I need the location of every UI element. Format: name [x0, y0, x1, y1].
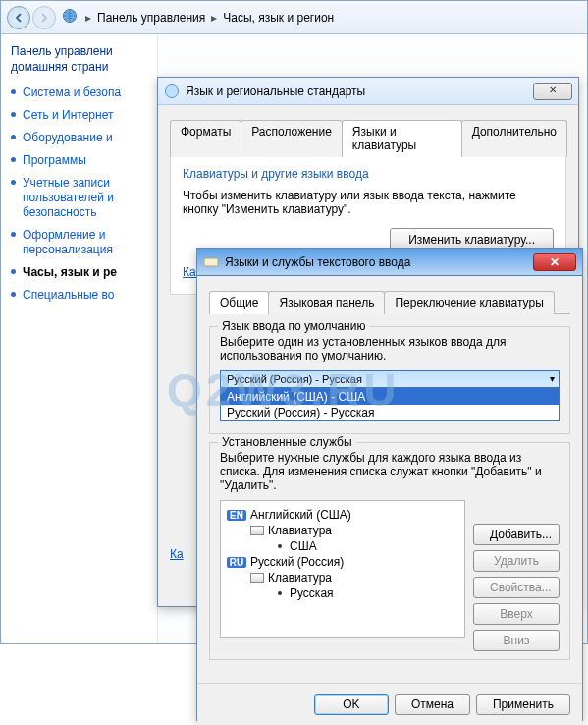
region-tabs: ФорматыРасположениеЯзыки и клавиатурыДоп… [170, 119, 566, 157]
apply-button[interactable]: Применить [476, 694, 570, 715]
text-services-dialog: Языки и службы текстового ввода ✕ ОбщиеЯ… [196, 248, 583, 721]
text-services-tabs: ОбщиеЯзыковая панельПереключение клавиат… [209, 290, 570, 314]
sidebar-item[interactable]: Система и безопа [11, 82, 151, 104]
chevron-right-icon: ▸ [211, 11, 217, 25]
nav-forward-button[interactable] [32, 6, 56, 29]
default-language-dropdown: Английский (США) - СШАРусский (Россия) -… [220, 388, 560, 421]
properties-button[interactable]: Свойства... [473, 577, 560, 598]
tree-keyboard-node[interactable]: Клавиатура [227, 523, 458, 538]
sidebar-item[interactable]: Сеть и Интернет [11, 104, 151, 127]
default-language-combobox[interactable]: Русский (Россия) - Русская [220, 370, 560, 388]
tab[interactable]: Дополнительно [461, 120, 567, 157]
move-down-button[interactable]: Вниз [473, 630, 560, 651]
breadcrumb-sub[interactable]: Часы, язык и регион [223, 11, 334, 25]
tree-lang-en[interactable]: EN Английский (США) [227, 507, 458, 523]
ok-button[interactable]: OK [314, 694, 389, 715]
dialog-title: Язык и региональные стандарты [186, 84, 365, 98]
ru-badge-icon: RU [227, 557, 246, 568]
dialog-titlebar[interactable]: Язык и региональные стандарты ✕ [158, 78, 578, 105]
cancel-button[interactable]: Отмена [395, 694, 470, 715]
keyboard-icon [250, 573, 264, 583]
help-link[interactable]: Ка [170, 547, 184, 561]
tree-layout-node[interactable]: Русская [227, 586, 458, 601]
keyboards-description: Чтобы изменить клавиатуру или язык ввода… [183, 189, 554, 216]
sidebar-heading: Панель управлени [11, 44, 151, 58]
tab[interactable]: Языковая панель [268, 291, 385, 314]
sidebar-item[interactable]: Оформление и персонализация [11, 224, 151, 261]
tab[interactable]: Форматы [170, 120, 241, 157]
dropdown-item[interactable]: Английский (США) - США [221, 389, 559, 405]
add-button[interactable]: Добавить... [473, 524, 560, 545]
sidebar-item[interactable]: Оборудование и [11, 127, 151, 149]
tree-layout-node[interactable]: США [227, 538, 458, 554]
dialog-buttons: OK Отмена Применить [197, 683, 582, 725]
move-up-button[interactable]: Вверх [473, 603, 560, 625]
en-badge-icon: EN [227, 510, 246, 521]
close-button[interactable]: ✕ [533, 253, 576, 271]
explorer-navbar: ▸ Панель управления ▸ Часы, язык и регио… [1, 1, 587, 34]
control-panel-sidebar: Панель управлени домашняя страни Система… [1, 34, 158, 643]
default-language-legend: Язык ввода по умолчанию [218, 319, 369, 333]
tab[interactable]: Языки и клавиатуры [342, 120, 462, 157]
remove-button[interactable]: Удалить [473, 550, 560, 572]
language-tree[interactable]: EN Английский (США) Клавиатура США R [220, 500, 465, 638]
dialog-titlebar[interactable]: Языки и службы текстового ввода ✕ [197, 249, 582, 276]
installed-services-description: Выберите нужные службы для каждого языка… [220, 451, 560, 492]
sidebar-item[interactable]: Часы, язык и ре [11, 261, 151, 284]
globe-icon [164, 84, 180, 99]
keyboard-icon [250, 526, 264, 535]
sidebar-item[interactable]: Программы [11, 149, 151, 172]
close-button[interactable]: ✕ [533, 83, 572, 100]
tab[interactable]: Расположение [241, 120, 343, 157]
tree-keyboard-node[interactable]: Клавиатура [227, 570, 458, 586]
keyboards-heading: Клавиатуры и другие языки ввода [183, 167, 554, 181]
breadcrumb-root[interactable]: Панель управления [97, 11, 205, 25]
tree-lang-ru[interactable]: RU Русский (Россия) [227, 554, 458, 570]
tab[interactable]: Переключение клавиатуры [384, 291, 554, 314]
globe-icon [62, 8, 78, 27]
dropdown-item[interactable]: Русский (Россия) - Русская [221, 405, 559, 420]
svg-rect-2 [204, 258, 218, 266]
sidebar-item[interactable]: Учетные записи пользователей и безопасно… [11, 172, 151, 224]
dialog-title: Языки и службы текстового ввода [225, 255, 410, 269]
bullet-icon [278, 591, 282, 595]
sidebar-heading: домашняя страни [11, 60, 151, 74]
tab[interactable]: Общие [209, 291, 269, 314]
chevron-right-icon: ▸ [85, 11, 91, 25]
breadcrumb[interactable]: ▸ Панель управления ▸ Часы, язык и регио… [85, 11, 334, 25]
installed-services-legend: Установленные службы [218, 435, 356, 449]
nav-back-button[interactable] [7, 6, 30, 29]
keyboard-icon [203, 254, 219, 270]
default-language-description: Выберите один из установленных языков вв… [220, 335, 560, 362]
sidebar-item[interactable]: Специальные во [11, 284, 151, 307]
svg-point-1 [166, 84, 179, 97]
bullet-icon [278, 544, 282, 548]
